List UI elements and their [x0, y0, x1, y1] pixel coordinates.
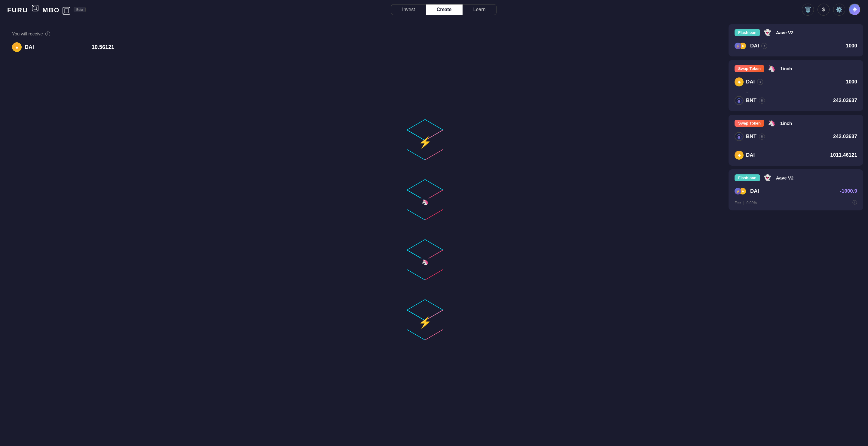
unicorn-icon-2: 🦄: [419, 256, 431, 268]
dai-label: DAI: [25, 44, 34, 50]
dai-row: ◈ DAI 10.56121: [12, 42, 114, 52]
token-name-dai-3: DAI: [746, 152, 755, 158]
token-row-dai-1: ⚡ ◈ DAI § 1000: [735, 40, 857, 52]
token-amount-dai-3: 1011.46121: [830, 152, 857, 158]
token-amount-dai-2: 1000: [846, 79, 857, 85]
svg-line-4: [36, 9, 38, 11]
token-link-bnt-2[interactable]: §: [759, 134, 765, 140]
bnt-logo-1: B: [737, 98, 741, 103]
unicorn-icon: 🦄: [419, 196, 431, 208]
cube-2[interactable]: 🦄: [401, 176, 449, 230]
card-swap-2: Swap Token 🦄 1inch B BNT § 242.03637: [728, 115, 863, 166]
arrow-down-1: ↓: [735, 88, 857, 95]
svg-text:🦄: 🦄: [422, 259, 429, 265]
svg-line-3: [32, 9, 34, 11]
aave-icon-1: 👻: [764, 29, 771, 36]
dollar-button[interactable]: $: [817, 4, 830, 15]
dai-token-circle-2: ◈: [735, 151, 744, 160]
right-panel: Flashloan 👻 Aave V2 ⚡ ◈ DAI § 1000 Swap: [724, 19, 868, 446]
fee-divider: |: [743, 201, 744, 205]
header: FURU MBO Beta Invest Create Le: [0, 0, 868, 19]
fee-value: 0.09%: [747, 201, 757, 205]
token-row-bnt-1: B BNT § 242.03637: [735, 95, 857, 106]
cube-3-icon: 🦄: [419, 256, 431, 270]
token-link-dai-2[interactable]: §: [757, 79, 763, 85]
card-2-header: Swap Token 🦄 1inch: [735, 65, 857, 72]
svg-rect-5: [34, 7, 36, 9]
dai-amount: 10.56121: [92, 44, 114, 50]
oneinch-icon-2: 🦄: [768, 119, 775, 127]
arrow-down-2: ↓: [735, 142, 857, 149]
cube-chain: ⚡ 🦄: [401, 115, 449, 350]
oneinch-icon-1: 🦄: [768, 65, 775, 72]
info-icon[interactable]: i: [45, 32, 50, 36]
logo: FURU MBO: [7, 4, 71, 15]
cube-1-icon: ⚡: [418, 136, 432, 149]
cube-4-icon: ⚡: [418, 316, 432, 329]
card-4-footer: Fee | 0.09% i: [735, 200, 857, 206]
connector-3: [425, 289, 425, 296]
flash-icon-2: ⚡: [735, 188, 741, 195]
token-amount-bnt-1: 242.03637: [833, 98, 857, 104]
flash-dai-compound-1: ⚡ ◈: [735, 41, 748, 50]
flash-icon-1: ⚡: [735, 43, 741, 49]
token-link-dai-1[interactable]: §: [761, 43, 767, 49]
badge-swap-2: Swap Token: [735, 120, 764, 127]
settings-button[interactable]: ⚙️: [833, 4, 845, 15]
badge-swap-1: Swap Token: [735, 65, 764, 72]
token-amount-bnt-2: 242.03637: [833, 134, 857, 140]
protocol-name-2: 1inch: [780, 66, 792, 71]
trash-button[interactable]: 🗑️: [802, 4, 814, 15]
tab-create[interactable]: Create: [426, 4, 463, 15]
token-info-bnt-1: B BNT §: [735, 96, 765, 105]
token-row-dai-3: ◈ DAI 1011.46121: [735, 149, 857, 161]
main: You will receive i ◈ DAI 10.56121: [0, 19, 868, 446]
tab-invest[interactable]: Invest: [391, 4, 426, 15]
tab-learn[interactable]: Learn: [463, 4, 497, 15]
cube-1[interactable]: ⚡: [401, 115, 449, 170]
left-panel: You will receive i ◈ DAI 10.56121: [0, 19, 126, 446]
token-name-bnt-1: BNT: [746, 98, 756, 104]
badge-flashloan-1: Flashloan: [735, 29, 760, 36]
cube-2-icon: 🦄: [419, 196, 431, 210]
info-circle-icon: i: [852, 200, 857, 205]
bnt-logo-2: B: [737, 134, 741, 139]
token-link-bnt-1[interactable]: §: [759, 98, 765, 104]
card-flashloan-2: Flashloan 👻 Aave V2 ⚡ ◈ DAI -1000.9 Fee …: [728, 169, 863, 210]
nav-tabs: Invest Create Learn: [391, 4, 497, 15]
token-name-dai-1: DAI: [750, 43, 759, 49]
token-row-dai-4: ⚡ ◈ DAI -1000.9: [735, 185, 857, 197]
protocol-name-1: Aave V2: [776, 30, 794, 35]
svg-line-1: [32, 5, 34, 7]
svg-text:B: B: [738, 136, 740, 138]
dai-token-icon: ◈: [12, 42, 22, 52]
protocol-name-4: Aave V2: [776, 175, 794, 180]
svg-text:◈: ◈: [15, 46, 18, 49]
token-name-dai-2: DAI: [746, 79, 755, 85]
center-panel: ⚡ 🦄: [126, 19, 724, 446]
token-info-dai-1: ⚡ ◈ DAI §: [735, 41, 767, 50]
eth-icon: [852, 7, 858, 12]
token-info-dai-4: ⚡ ◈ DAI: [735, 187, 759, 196]
dai-logo: ◈: [14, 44, 20, 50]
svg-line-2: [36, 5, 38, 7]
header-left: FURU MBO Beta: [7, 4, 86, 15]
token-row-dai-2: ◈ DAI § 1000: [735, 76, 857, 88]
token-info-dai-2: ◈ DAI §: [735, 77, 763, 87]
fee-info-icon[interactable]: i: [852, 200, 857, 206]
connector-1: [425, 170, 425, 176]
badge-flashloan-2: Flashloan: [735, 174, 760, 181]
card-3-header: Swap Token 🦄 1inch: [735, 119, 857, 127]
cube-3[interactable]: 🦄: [401, 236, 449, 289]
svg-text:🦄: 🦄: [422, 199, 429, 205]
connector-2: [425, 230, 425, 236]
flash-dai-compound-2: ⚡ ◈: [735, 187, 748, 196]
cube-4[interactable]: ⚡: [401, 296, 449, 350]
logo-box-icon: [62, 7, 71, 15]
bnt-token-circle-1: B: [735, 96, 744, 105]
token-name-dai-4: DAI: [750, 188, 759, 194]
dai-info: ◈ DAI: [12, 42, 34, 52]
logo-cube-icon: [31, 4, 39, 12]
wallet-button[interactable]: [849, 4, 861, 15]
card-swap-1: Swap Token 🦄 1inch ◈ DAI § 1000 ↓: [728, 60, 863, 111]
